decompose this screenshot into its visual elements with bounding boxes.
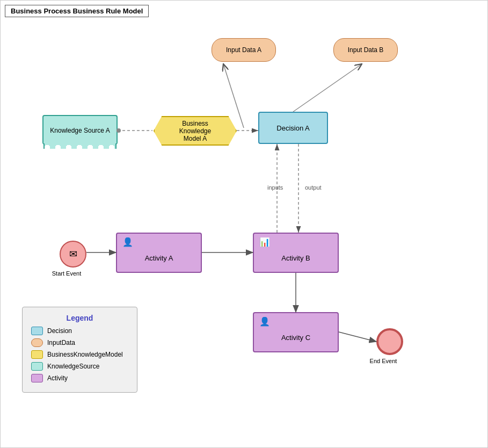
legend-item-decision: Decision (31, 327, 128, 335)
activity-b-label: Activity B (281, 254, 310, 262)
legend-item-bkm: BusinessKnowledgeModel (31, 350, 128, 359)
legend-item-inputdata: InputData (31, 338, 128, 347)
inputs-label: inputs (267, 184, 283, 191)
legend-item-ks: KnowledgeSource (31, 362, 128, 371)
knowledge-source-a-node[interactable]: Knowledge Source A (42, 115, 118, 144)
decision-a-label: Decision A (276, 124, 309, 132)
legend-box: Legend Decision InputData BusinessKnowle… (22, 307, 137, 393)
legend-swatch-bkm (31, 350, 43, 359)
start-event-icon: ✉ (69, 248, 77, 260)
input-data-a-label: Input Data A (226, 46, 261, 54)
start-event-node[interactable]: ✉ (60, 241, 86, 268)
legend-label-decision: Decision (47, 327, 72, 335)
legend-label-bkm: BusinessKnowledgeModel (47, 351, 123, 358)
svg-line-12 (339, 332, 376, 342)
activity-a-label: Activity A (145, 254, 173, 262)
activity-c-node[interactable]: 👤 Activity C (253, 312, 339, 352)
activity-c-label: Activity C (281, 334, 310, 342)
legend-label-activity: Activity (47, 374, 68, 382)
legend-item-activity: Activity (31, 374, 128, 382)
legend-swatch-activity (31, 374, 43, 382)
end-event-node[interactable] (376, 328, 403, 355)
legend-swatch-ks (31, 362, 43, 371)
canvas: Business Process Business Rule Model (0, 0, 488, 448)
legend-swatch-decision (31, 327, 43, 335)
legend-swatch-inputdata (31, 338, 43, 347)
legend-label-ks: KnowledgeSource (47, 363, 99, 370)
svg-line-3 (293, 64, 362, 112)
activity-b-table-icon: 📊 (259, 237, 270, 247)
legend-title: Legend (31, 314, 128, 322)
legend-label-inputdata: InputData (47, 339, 75, 346)
input-data-b-label: Input Data B (348, 46, 384, 54)
start-event-label: Start Event (48, 270, 85, 277)
activity-a-person-icon: 👤 (122, 237, 133, 247)
input-data-b-node[interactable]: Input Data B (333, 38, 398, 62)
end-event-label: End Event (365, 358, 402, 364)
activity-c-person-icon: 👤 (259, 316, 270, 327)
knowledge-source-a-label: Knowledge Source A (50, 127, 110, 134)
activity-a-node[interactable]: 👤 Activity A (116, 233, 202, 273)
output-label: output (305, 184, 322, 191)
decision-a-node[interactable]: Decision A (258, 112, 328, 144)
bkm-a-node[interactable]: Business Knowledge Model A (154, 116, 237, 146)
activity-b-node[interactable]: 📊 Activity B (253, 233, 339, 273)
title-bar: Business Process Business Rule Model (5, 5, 149, 17)
title-text: Business Process Business Rule Model (11, 7, 143, 15)
input-data-a-node[interactable]: Input Data A (212, 38, 276, 62)
bkm-a-label: Business Knowledge Model A (165, 120, 225, 142)
